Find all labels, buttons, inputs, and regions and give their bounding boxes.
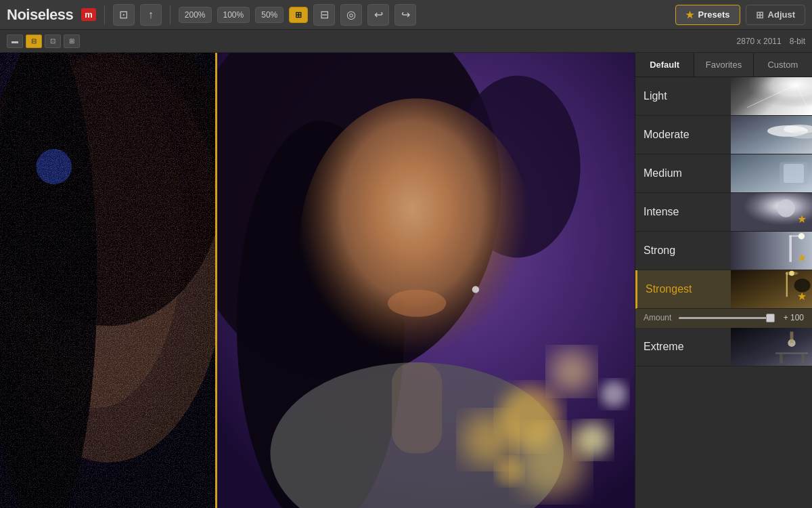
share-button[interactable]: ↑	[140, 4, 162, 26]
adjust-icon: ⊞	[756, 9, 764, 20]
preset-label-strongest: Strongest	[646, 283, 692, 295]
side-panel: Default Favorites Custom Light	[635, 53, 812, 508]
preset-label-moderate: Moderate	[644, 129, 690, 141]
presets-label: Presets	[698, 9, 730, 20]
panel-tabs: Default Favorites Custom	[635, 53, 812, 77]
open-file-button[interactable]: ⊡	[113, 4, 135, 26]
split-view-button[interactable]: ⊟	[26, 35, 42, 48]
svg-point-36	[777, 199, 794, 217]
preset-item-moderate[interactable]: Moderate	[635, 116, 812, 154]
amount-slider[interactable]	[679, 317, 774, 319]
before-svg	[0, 53, 216, 508]
svg-point-22	[388, 289, 447, 316]
app-logo: m	[81, 8, 96, 21]
zoom-200-button[interactable]: 200%	[179, 7, 212, 23]
preset-item-medium[interactable]: Medium	[635, 154, 812, 193]
before-photo-bg	[0, 53, 216, 508]
folder-icon: ⊡	[119, 8, 128, 21]
preset-label-medium: Medium	[644, 167, 682, 179]
svg-rect-32	[784, 164, 804, 183]
preset-item-intense[interactable]: Intense	[635, 193, 812, 232]
svg-point-11	[300, 98, 535, 389]
quad-view-button[interactable]: ⊞	[64, 35, 80, 48]
svg-rect-46	[731, 328, 812, 366]
thumb-svg-extreme	[731, 328, 812, 366]
adjust-button[interactable]: ⊞ Adjust	[746, 5, 805, 25]
preset-label-light: Light	[644, 90, 667, 102]
thumb-svg-moderate	[731, 116, 812, 154]
after-image	[216, 53, 635, 508]
preset-star-strong[interactable]: ★	[797, 251, 807, 264]
amount-slider-fill	[679, 317, 774, 319]
svg-point-40	[798, 233, 805, 239]
main-content: Default Favorites Custom Light	[0, 53, 812, 508]
preset-thumbnail-extreme	[731, 328, 812, 366]
amount-row: Amount + 100	[635, 309, 812, 328]
svg-rect-38	[789, 236, 792, 262]
svg-rect-50	[780, 354, 783, 364]
presets-list: Light	[635, 77, 812, 508]
image-dimensions: 2870 x 2011	[737, 37, 782, 46]
preset-label-strong: Strong	[644, 245, 675, 257]
svg-rect-6	[0, 53, 216, 508]
share-icon: ↑	[148, 9, 154, 21]
svg-point-44	[785, 272, 798, 276]
svg-rect-48	[790, 332, 794, 343]
split-divider[interactable]	[215, 53, 217, 508]
app-title: Noiseless	[7, 6, 73, 24]
eye-icon: ◎	[346, 8, 356, 21]
svg-rect-42	[786, 272, 788, 297]
preset-star-strongest[interactable]: ★	[797, 290, 807, 303]
svg-rect-49	[775, 352, 808, 354]
grid-view-button[interactable]: ⊟	[313, 4, 335, 26]
presets-button[interactable]: ★ Presets	[675, 5, 740, 25]
tab-favorites[interactable]: Favorites	[694, 53, 753, 77]
toolbar: Noiseless m ⊡ ↑ 200% 100% 50% ⊞ ⊟ ◎ ↩ ↪ …	[0, 0, 812, 30]
after-svg	[216, 53, 635, 508]
thumb-svg-light	[731, 77, 812, 115]
preset-item-light[interactable]: Light	[635, 77, 812, 116]
fit-icon: ⊞	[295, 10, 302, 20]
amount-value: + 100	[780, 313, 804, 322]
adjust-label: Adjust	[768, 9, 795, 20]
zoom-50-button[interactable]: 50%	[255, 7, 284, 23]
undo-button[interactable]: ↩	[367, 4, 389, 26]
after-photo-bg	[216, 53, 635, 508]
secondary-bar: ▬ ⊟ ⊡ ⊞ 2870 x 2011 8-bit	[0, 30, 812, 53]
preset-label-extreme: Extreme	[644, 341, 684, 353]
preset-star-intense[interactable]: ★	[797, 213, 807, 226]
tab-default[interactable]: Default	[635, 53, 694, 77]
preset-item-extreme[interactable]: Extreme	[635, 328, 812, 366]
preset-thumbnail-medium	[731, 154, 812, 192]
before-image	[0, 53, 216, 508]
redo-icon: ↪	[401, 8, 410, 21]
image-bit-depth: 8-bit	[790, 37, 805, 46]
redo-button[interactable]: ↪	[394, 4, 416, 26]
svg-rect-51	[801, 354, 805, 364]
preset-item-strong[interactable]: Strong	[635, 232, 812, 270]
view-controls: ▬ ⊟ ⊡ ⊞	[7, 35, 80, 48]
image-area[interactable]	[0, 53, 635, 508]
grid-icon: ⊟	[320, 8, 329, 21]
tab-custom[interactable]: Custom	[754, 53, 812, 77]
amount-label: Amount	[644, 313, 673, 322]
star-icon: ★	[685, 9, 694, 20]
svg-point-15	[550, 350, 594, 394]
preset-label-intense: Intense	[644, 206, 679, 218]
preview-button[interactable]: ◎	[340, 4, 362, 26]
compare-view-button[interactable]: ⊡	[45, 35, 61, 48]
svg-point-18	[516, 427, 585, 497]
toolbar-separator-2	[170, 5, 171, 24]
single-view-button[interactable]: ▬	[7, 35, 23, 48]
svg-point-21	[472, 286, 479, 293]
preset-item-strongest[interactable]: Strongest	[635, 270, 812, 309]
preset-thumbnail-moderate	[731, 116, 812, 154]
svg-point-20	[496, 459, 522, 485]
svg-point-19	[601, 381, 627, 408]
amount-slider-thumb[interactable]	[766, 314, 775, 322]
svg-point-16	[462, 413, 515, 466]
fit-button[interactable]: ⊞	[289, 7, 308, 23]
zoom-100-button[interactable]: 100%	[217, 7, 250, 23]
preset-thumbnail-light	[731, 77, 812, 115]
image-canvas	[0, 53, 635, 508]
